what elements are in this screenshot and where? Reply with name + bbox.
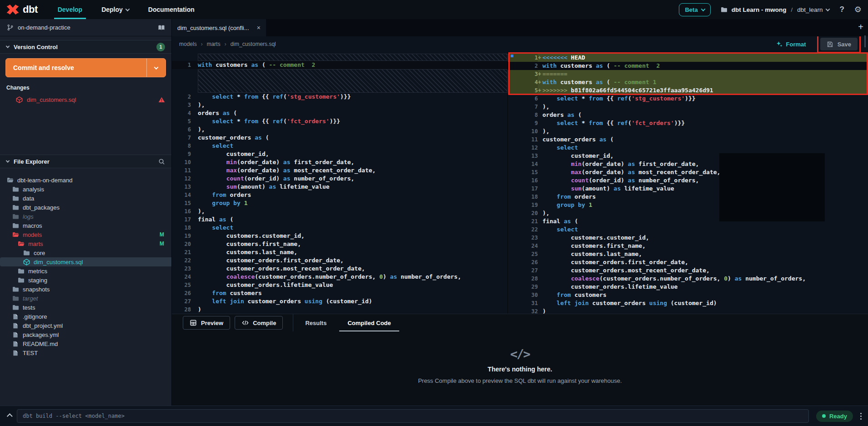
code-line: 1with customers as ( -- comment 2 [172,61,507,69]
code-line: 11 max(order_date) as most_recent_order_… [172,166,507,175]
tree-item-macros[interactable]: macros [0,221,171,230]
code-line: 12 count(order_id) as number_of_orders, [172,175,507,183]
format-button[interactable]: Format [776,40,806,48]
line-number: 20 [172,240,191,248]
tree-item-packages-yml[interactable]: packages.yml [0,330,171,339]
tree-item-target[interactable]: target [0,294,171,303]
tree-item-test[interactable]: TEST [0,348,171,357]
version-control-header[interactable]: Version Control 1 [0,40,171,54]
environment-name: dbt_learn [797,6,823,13]
code-line: 15 group by 1 [172,199,507,207]
dbt-command-input[interactable] [17,409,809,423]
code-text: from customers [191,289,262,297]
code-text: customers.first_name, [191,240,301,248]
diff-added-marker [538,234,542,242]
line-number: 23 [508,234,538,242]
compile-button[interactable]: Compile [235,316,283,330]
diff-hatch-block [198,69,507,93]
folder-icon [12,204,19,211]
line-number: 22 [508,226,538,234]
code-text: customers.last_name, [191,248,297,256]
folder-icon [12,195,19,202]
new-tab-icon[interactable]: + [858,22,863,31]
code-text: select [191,224,233,232]
tree-item-label: dbt_project.yml [23,322,63,329]
code-line: 2 with customers as ( -- comment 2 [508,62,868,70]
line-number: 7 [172,134,191,142]
code-text: left join customer_orders using (custome… [191,297,372,306]
tree-item-logs[interactable]: logs [0,212,171,221]
code-line: 4orders as ( [172,109,507,117]
dbt-logo[interactable]: dbt [6,3,38,16]
tree-item-dbt-project-yml[interactable]: dbt_project.yml [0,321,171,330]
commit-and-resolve-button[interactable]: Commit and resolve [5,58,166,77]
code-line: 8 select [172,142,507,150]
code-line: 8 orders as ( [508,111,868,119]
code-text: customers.last_name, [542,250,642,258]
git-branch-selector[interactable]: on-demand-practice [0,19,171,36]
tree-item-staging[interactable]: staging [0,276,171,285]
code-line: 23 customer_orders.most_recent_order_dat… [172,265,507,273]
tree-item-readme-md[interactable]: README.md [0,339,171,348]
docs-book-icon[interactable] [158,24,165,31]
line-number: 3 [508,70,538,78]
nav-deploy[interactable]: Deploy [100,0,131,19]
line-number: 6 [172,125,191,134]
tree-item-metrics[interactable]: metrics [0,266,171,276]
close-tab-icon[interactable]: × [257,24,261,31]
scrollbar-thumb[interactable] [864,35,866,47]
tree-item-analysis[interactable]: analysis [0,185,171,194]
editor-tab[interactable]: dim_customers.sql (confli... × [172,19,266,36]
changed-file-row[interactable]: dim_customers.sql [0,94,171,105]
tree-item-data[interactable]: data [0,194,171,203]
tree-item-label: dbt_packages [23,204,60,211]
line-number: 3 [172,101,191,109]
nav-develop[interactable]: Develop [56,0,84,19]
tree-item--gitignore[interactable]: .gitignore [0,312,171,321]
code-line: 24 coalesce(customer_orders.number_of_or… [172,273,507,281]
editor-pane-conflicted[interactable]: 1+<<<<<<< HEAD2 with customers as ( -- c… [508,52,868,314]
tree-item-dbt-packages[interactable]: dbt_packages [0,203,171,212]
commit-dropdown-caret[interactable] [146,59,166,77]
preview-button[interactable]: Preview [183,316,230,330]
line-number: 9 [172,150,191,158]
editor-pane-current[interactable]: 1with customers as ( -- comment 22 selec… [172,52,508,314]
code-text: group by 1 [542,201,592,209]
code-text: select * from {{ ref('stg_customers')}} [542,95,696,103]
redaction-overlay [719,153,825,221]
tree-item-models[interactable]: modelsM [0,230,171,239]
line-number: 26 [172,289,191,297]
search-icon[interactable] [158,158,165,165]
save-button[interactable]: Save [820,38,858,50]
tree-item-snapshots[interactable]: snapshots [0,285,171,294]
code-text: coalesce(customer_orders.number_of_order… [191,273,461,281]
save-floppy-icon [827,40,834,48]
tree-item-dbt-learn-on-demand[interactable]: dbt-learn-on-demand [0,175,171,185]
gear-icon[interactable]: ⚙ [854,5,862,14]
tree-item-dim-customers-sql[interactable]: dim_customers.sql [0,257,171,266]
diff-added-marker [538,291,542,299]
expand-panel-chevron-icon[interactable] [7,413,13,419]
project-picker[interactable]: dbt Learn - mwong / dbt_learn [721,6,830,13]
line-number: 19 [508,201,538,209]
nav-documentation[interactable]: Documentation [146,0,196,19]
line-number: 17 [508,185,538,193]
beta-dropdown[interactable]: Beta [679,3,710,16]
diff-added-marker [538,127,542,135]
tab-results[interactable]: Results [303,314,328,331]
tree-item-core[interactable]: core [0,248,171,257]
line-number: 17 [172,216,191,224]
file-explorer-header[interactable]: File Explorer [0,155,171,168]
kebab-menu-icon[interactable] [860,413,862,420]
dbt-logo-icon [6,3,19,16]
tree-item-tests[interactable]: tests [0,303,171,312]
tab-compiled-code[interactable]: Compiled Code [346,314,392,331]
code-text: customers.customer_id, [191,232,305,240]
line-number: 13 [508,152,538,160]
folder-icon [17,267,25,275]
navbar-right: Beta dbt Learn - mwong / dbt_learn ? ⚙ [679,3,862,16]
tree-item-marts[interactable]: martsM [0,239,171,248]
diff-added-marker [538,95,542,103]
help-icon[interactable]: ? [839,5,844,14]
diff-added-marker [538,103,542,111]
